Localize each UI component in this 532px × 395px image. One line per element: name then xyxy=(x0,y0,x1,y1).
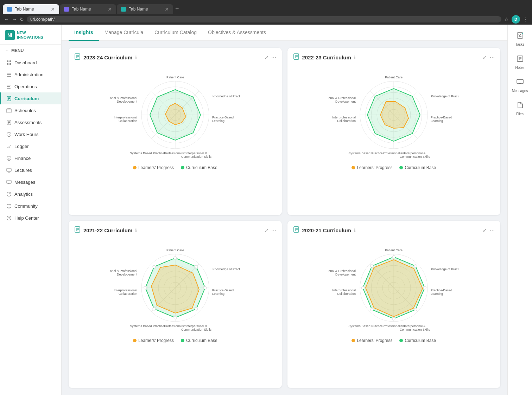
svg-text:Professionalism: Professionalism xyxy=(164,324,186,328)
svg-point-111 xyxy=(204,286,207,289)
expand-icon-2021[interactable]: ⤢ xyxy=(264,227,268,233)
svg-text:Interprofessional: Interprofessional xyxy=(114,289,137,292)
expand-icon-2020[interactable]: ⤢ xyxy=(483,227,487,233)
bookmark-button[interactable]: ☆ xyxy=(504,17,509,22)
svg-text:Knowledge of Practice: Knowledge of Practice xyxy=(431,95,459,98)
svg-text:Collaboration: Collaboration xyxy=(337,119,356,123)
card-info-2021[interactable]: ℹ xyxy=(135,228,137,233)
svg-text:Practice-Based: Practice-Based xyxy=(431,116,452,119)
sidebar-label-administration: Administration xyxy=(14,72,43,77)
legend-dot-green-2023 xyxy=(181,166,184,169)
tab-manage-curricula[interactable]: Manage Curricula xyxy=(99,25,149,41)
svg-text:Patient Care: Patient Care xyxy=(385,76,403,79)
logo-icon: NI xyxy=(5,30,15,40)
sidebar-item-finance[interactable]: $ Finance xyxy=(0,152,61,164)
card-actions-2020: ⤢ ⋯ xyxy=(483,227,495,233)
expand-icon-2022[interactable]: ⤢ xyxy=(483,54,487,60)
sidebar-label-lectures: Lectures xyxy=(14,168,32,173)
url-input[interactable]: url.com/path/ xyxy=(27,16,501,22)
card-header-2021: 2021-22 Curriculum ℹ ⤢ ⋯ xyxy=(74,226,276,234)
sidebar-item-community[interactable]: Community xyxy=(0,200,61,212)
more-icon-2020[interactable]: ⋯ xyxy=(490,227,495,233)
menu-label: MENU xyxy=(11,48,24,53)
card-header-2023: 2023-24 Curriculum ℹ ⤢ ⋯ xyxy=(74,53,276,61)
tab-objectives-assessments[interactable]: Objectives & Assessments xyxy=(202,25,272,41)
address-bar: ← → ↻ url.com/path/ ☆ D ⋮ xyxy=(0,14,532,25)
logo: NI NEWINNOVATIONS xyxy=(5,30,56,40)
tab-title-3: Tab Name xyxy=(129,7,162,12)
right-panel-messages[interactable]: Messages xyxy=(508,75,532,96)
menu-button[interactable]: ← MENU xyxy=(0,45,61,57)
menu-dots-button[interactable]: ⋮ xyxy=(523,17,528,22)
url-text: url.com/path/ xyxy=(30,17,55,22)
curriculum-icon xyxy=(6,96,12,101)
sidebar-item-analytics[interactable]: Analytics xyxy=(0,188,61,200)
svg-rect-171 xyxy=(517,79,523,84)
svg-point-147 xyxy=(423,286,426,289)
new-tab-button[interactable]: + xyxy=(175,5,179,12)
card-info-2020[interactable]: ℹ xyxy=(354,228,356,233)
card-title-row-2023: 2023-24 Curriculum ℹ xyxy=(74,53,137,61)
svg-text:Knowledge of Practice: Knowledge of Practice xyxy=(213,95,240,98)
legend-learners-2023: Learners' Progress xyxy=(133,165,174,170)
expand-icon-2023[interactable]: ⤢ xyxy=(264,54,268,60)
sidebar-item-assessments[interactable]: Assessments xyxy=(0,116,61,128)
sidebar-item-administration[interactable]: Administration xyxy=(0,69,61,80)
svg-text:Practice-Based: Practice-Based xyxy=(212,289,234,292)
svg-text:Communication Skills: Communication Skills xyxy=(400,328,430,331)
sidebar-item-curriculum[interactable]: Curriculum xyxy=(0,92,61,104)
legend-label-learners-2020: Learners' Progress xyxy=(357,338,392,343)
svg-text:Collaboration: Collaboration xyxy=(119,119,137,123)
svg-point-116 xyxy=(153,265,156,268)
more-icon-2022[interactable]: ⋯ xyxy=(490,54,495,60)
sidebar-item-messages[interactable]: Messages xyxy=(0,176,61,188)
refresh-button[interactable]: ↻ xyxy=(20,17,24,22)
curriculum-card-2023: 2023-24 Curriculum ℹ ⤢ ⋯ xyxy=(69,48,282,215)
card-title-2021: 2021-22 Curriculum xyxy=(83,227,132,233)
right-panel-tasks[interactable]: Tasks xyxy=(508,28,532,50)
svg-rect-2 xyxy=(7,63,8,65)
svg-point-149 xyxy=(392,317,395,320)
card-info-2023[interactable]: ℹ xyxy=(135,55,137,60)
tab-curriculum-catalog[interactable]: Curriculum Catalog xyxy=(149,25,202,41)
svg-text:Knowledge of Practice: Knowledge of Practice xyxy=(431,267,459,271)
svg-point-114 xyxy=(153,307,156,310)
browser-tab-2[interactable]: Tab Name ✕ xyxy=(60,4,116,14)
right-panel: Tasks Notes Messages Files xyxy=(507,25,532,395)
radar-svg-2021: Patient Care Knowledge of Practice Pract… xyxy=(110,237,240,335)
svg-text:Professionalism: Professionalism xyxy=(382,324,405,328)
files-icon xyxy=(516,101,524,111)
card-icon-2022 xyxy=(293,53,299,61)
tab-close-2[interactable]: ✕ xyxy=(108,6,112,12)
more-icon-2023[interactable]: ⋯ xyxy=(271,54,276,60)
sidebar-item-lectures[interactable]: Lectures xyxy=(0,164,61,176)
sidebar-item-dashboard[interactable]: Dashboard xyxy=(0,57,61,69)
sidebar-item-operations[interactable]: Operations xyxy=(0,80,61,92)
browser-tab-1[interactable]: Tab Name ✕ xyxy=(3,4,59,14)
right-panel-notes[interactable]: Notes xyxy=(508,51,532,73)
legend-dot-orange-2020 xyxy=(352,339,355,342)
sidebar-item-help-center[interactable]: ? Help Center xyxy=(0,212,61,224)
more-icon-2021[interactable]: ⋯ xyxy=(271,227,276,233)
back-button[interactable]: ← xyxy=(4,17,9,22)
tab-insights[interactable]: Insights xyxy=(69,25,99,41)
legend-label-learners-2021: Learners' Progress xyxy=(138,338,174,343)
svg-rect-3 xyxy=(10,63,11,65)
svg-text:Patient Care: Patient Care xyxy=(166,76,184,79)
tab-close-1[interactable]: ✕ xyxy=(51,6,55,12)
tab-favicon-3 xyxy=(121,7,126,12)
user-avatar[interactable]: D xyxy=(512,15,520,24)
sidebar-item-schedules[interactable]: Schedules xyxy=(0,104,61,116)
forward-button[interactable]: → xyxy=(12,17,17,22)
sidebar-item-logger[interactable]: Logger xyxy=(0,140,61,152)
sidebar-item-work-hours[interactable]: Work Hours xyxy=(0,128,61,140)
browser-tab-3[interactable]: Tab Name ✕ xyxy=(117,4,173,14)
svg-text:Learning: Learning xyxy=(212,292,224,296)
tab-close-3[interactable]: ✕ xyxy=(165,6,169,12)
right-panel-files[interactable]: Files xyxy=(508,98,532,119)
card-info-2022[interactable]: ℹ xyxy=(354,55,356,60)
legend-dot-green-2021 xyxy=(181,339,184,342)
assessments-icon xyxy=(6,119,12,125)
svg-text:Professionalism: Professionalism xyxy=(382,151,405,155)
svg-point-151 xyxy=(361,286,364,289)
